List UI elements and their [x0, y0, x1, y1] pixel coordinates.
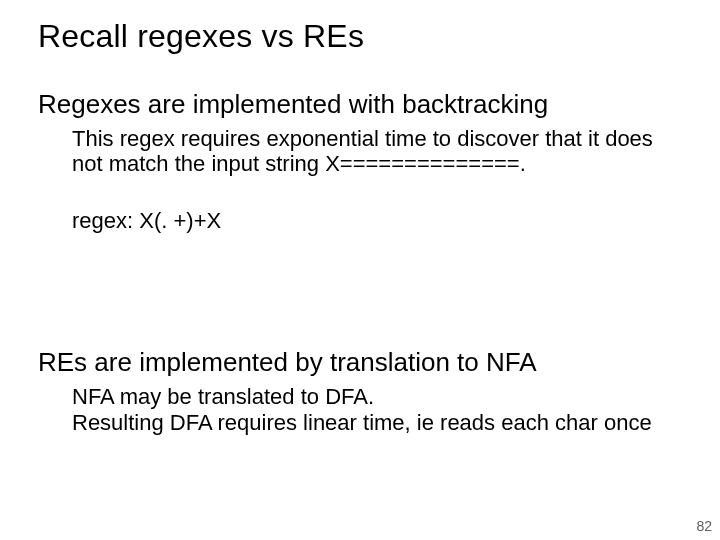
section1-body: This regex requires exponential time to …: [72, 126, 672, 177]
page-number: 82: [696, 518, 712, 534]
section2-line2: Resulting DFA requires linear time, ie r…: [72, 410, 702, 436]
section-regexes: Regexes are implemented with backtrackin…: [38, 90, 678, 234]
section2-line1: NFA may be translated to DFA.: [72, 384, 702, 410]
regex-expression: regex: X(. +)+X: [72, 208, 678, 234]
slide: Recall regexes vs REs Regexes are implem…: [0, 0, 720, 540]
section2-heading: REs are implemented by translation to NF…: [38, 348, 678, 378]
section-res: REs are implemented by translation to NF…: [38, 348, 678, 437]
section1-heading: Regexes are implemented with backtrackin…: [38, 90, 678, 120]
slide-title: Recall regexes vs REs: [38, 18, 364, 55]
